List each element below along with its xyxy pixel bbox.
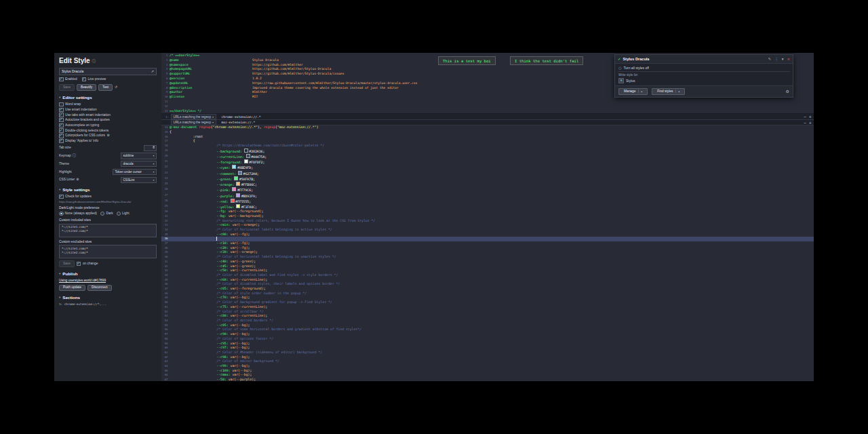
code-line[interactable]: 23 --comment: #6272A4;	[161, 171, 814, 176]
radio-mode-dark[interactable]: Dark	[100, 212, 113, 216]
chevron-down-icon[interactable]: ▾	[782, 57, 784, 61]
code-line[interactable]: 60 --c97: var(--bg);	[161, 346, 814, 351]
userstyles-world-link[interactable]: Using userstyles.world id#17899	[59, 279, 157, 283]
code-line[interactable]: 66 --cmax: var(--bg);	[161, 373, 814, 378]
code-line[interactable]: 26 --pink: #FF79C6;	[161, 187, 814, 193]
code-line[interactable]: 63 /* Color of editor background */	[161, 359, 814, 364]
push-update-button[interactable]: Push update	[59, 285, 85, 292]
checkbox-doubleclick-tokens[interactable]: Double-clicking selects tokens	[59, 128, 157, 133]
applies-to-value-input[interactable]: chrome-extension://.*	[222, 115, 261, 119]
checkbox-tabs-smart-indentation[interactable]: Use tabs with smart indentation	[59, 113, 157, 117]
update-url-link[interactable]: https://raw.githubusercontent.com/Hlmlth…	[59, 200, 157, 203]
code-line[interactable]: 34 /* Color of horizontal labels belongi…	[161, 228, 814, 233]
code-line[interactable]: 35 --c00: var(--fg);	[161, 233, 814, 237]
code-line[interactable]: 27 --purple: #BD93F9;	[161, 193, 814, 199]
code-line[interactable]: 56 /* Color of some horizontal borders a…	[161, 328, 814, 332]
code-line[interactable]: 28 --red: #FF5555;	[161, 199, 814, 204]
code-line[interactable]: 43 --c50: var(--currentLine);	[161, 269, 814, 273]
code-line[interactable]: 18 /* https://draculatheme.com/contribut…	[161, 144, 814, 149]
code-line[interactable]: 46 /* Color of disabled styles, their la…	[161, 282, 814, 287]
code-line[interactable]: 16 :root	[161, 135, 814, 140]
find-styles-button[interactable]: Find styles ▴	[652, 88, 685, 95]
code-line[interactable]: 17 {	[161, 139, 814, 144]
live-preview-checkbox[interactable]: Live preview	[82, 77, 106, 82]
theme-select[interactable]: dracula ▾	[121, 161, 157, 167]
radio-mode-none[interactable]: None (always applied)	[59, 212, 97, 216]
code-line[interactable]: 30 --fg: var(--foreground);	[161, 210, 814, 214]
code-line[interactable]: 37 --c10: var(--fg);	[161, 241, 814, 246]
css-linter-select[interactable]: CSSLint ▾	[121, 177, 157, 184]
applies-to-type-dropdown[interactable]: URLs matching the regexp ▾	[171, 114, 216, 120]
code-line[interactable]: 48 /* Color of style order number in the…	[161, 292, 814, 296]
code-line[interactable]: 11	[161, 100, 814, 104]
test-button[interactable]: Test	[98, 84, 113, 91]
code-line[interactable]: 19 --background: #282A36;	[161, 149, 814, 154]
menu-dots-icon[interactable]: ⋮	[774, 57, 778, 61]
code-line[interactable]: 42 --c45: var(--green);	[161, 264, 814, 269]
code-line[interactable]: 57 --c90: var(--bg);	[161, 332, 814, 337]
keymap-select[interactable]: sublime ▾	[121, 153, 157, 159]
save-button[interactable]: Save	[59, 84, 75, 91]
editor-settings-header[interactable]: ▾ Editor settings	[59, 95, 157, 100]
disconnect-button[interactable]: Disconnect	[87, 285, 112, 292]
code-line[interactable]: 49 --c70: var(--bg);	[161, 296, 814, 300]
color-swatch[interactable]	[236, 182, 240, 186]
color-swatch[interactable]	[231, 199, 235, 203]
undo-icon[interactable]: ↺	[115, 85, 117, 90]
checkbox-autoclose-brackets[interactable]: Autoclose brackets and quotes	[59, 118, 157, 123]
code-line[interactable]: 50 /* Color of background gradient for p…	[161, 300, 814, 305]
on-change-checkbox[interactable]: on change	[77, 262, 98, 267]
code-line[interactable]: 13==/UserStyle== */	[161, 109, 814, 114]
code-line[interactable]: 62 --c98: var(--bg);	[161, 355, 814, 360]
section-jump-item[interactable]: 1: chrome-extension://*,...	[59, 302, 157, 306]
code-line[interactable]: 31 --bg: var(--background);	[161, 214, 814, 219]
code-line[interactable]: 25 --orange: #FFB86C;	[161, 182, 814, 187]
checkbox-smart-indentation[interactable]: Use smart indentation	[59, 108, 157, 113]
code-line[interactable]: 22 --cyan: #8BE9FD;	[161, 165, 814, 170]
manage-button[interactable]: Manage ▴	[618, 88, 648, 95]
publish-header[interactable]: ▾ Publish	[59, 271, 157, 277]
color-swatch[interactable]	[232, 165, 236, 169]
radio-mode-light[interactable]: Light	[117, 212, 130, 216]
style-settings-header[interactable]: ▾ Style settings	[59, 187, 157, 193]
toggle-all-styles-row[interactable]: ○ Turn all styles off	[615, 64, 793, 71]
gear-icon[interactable]: ⚙	[76, 178, 79, 182]
applies-to-value-input[interactable]: moz-extension://.*	[222, 121, 256, 124]
code-line[interactable]: 52 /* Color of scrollbar */	[161, 310, 814, 315]
color-swatch[interactable]	[236, 204, 240, 208]
code-line[interactable]: 59 --c95: var(--bg);	[161, 342, 814, 347]
code-line[interactable]: 33 --cmin: var(--orange);	[161, 223, 814, 228]
code-lines[interactable]: 14@-moz-document regexp("chrome-extensio…	[161, 125, 814, 381]
code-line[interactable]: 15{	[161, 130, 814, 135]
code-line[interactable]: 45 --c60: var(--currentLine);	[161, 278, 814, 283]
code-line[interactable]: 14@-moz-document regexp("chrome-extensio…	[161, 125, 814, 130]
code-line[interactable]: 67 --50: var(--purple);	[161, 378, 814, 381]
code-line[interactable]: 53 --c80: var(--currentLine);	[161, 314, 814, 319]
code-line[interactable]: 38 --c20: var(--fg);	[161, 246, 814, 251]
code-line[interactable]: 64 --c99: var(--bg);	[161, 364, 814, 369]
style-enabled-check-icon[interactable]: ✓	[618, 57, 621, 61]
highlight-select[interactable]: Token under cursor ▾	[113, 169, 157, 176]
color-swatch[interactable]	[244, 149, 248, 153]
checkbox-word-wrap[interactable]: Word wrap	[59, 102, 157, 107]
enabled-checkbox[interactable]: Enabled	[59, 77, 77, 82]
color-swatch[interactable]	[234, 176, 238, 180]
code-line[interactable]: 55 --c85: var(--bg);	[161, 323, 814, 328]
checkbox-applies-to-info[interactable]: Display 'Applies to' info	[59, 139, 157, 144]
gear-icon[interactable]: ⚙	[106, 134, 109, 138]
code-line[interactable]: 39 --c30: var(--orange);	[161, 250, 814, 255]
checkbox-check-for-updates[interactable]: Check for updates	[59, 195, 157, 199]
code-line[interactable]: 20 --currentLine: #44475A;	[161, 154, 814, 159]
style-name-input[interactable]: Stylus Dracula ↗	[59, 68, 157, 75]
open-homepage-icon[interactable]: ↗	[151, 69, 154, 73]
remove-applies-to-icon[interactable]: −	[804, 115, 807, 119]
code-line[interactable]: 61 /* Color of #header (sidemenu of edit…	[161, 351, 814, 355]
code-line[interactable]: 58 /* Color of options footer */	[161, 337, 814, 342]
popup-style-row[interactable]: ✓ Stylus Dracula ✎ ⋮ ▾ ×	[615, 55, 793, 64]
beautify-button[interactable]: Beautify	[77, 84, 96, 91]
settings-save-button[interactable]: Save	[59, 260, 75, 267]
sections-header[interactable]: ▾ Sections	[59, 295, 157, 300]
code-line[interactable]: 40 /* Color of horizontal labels belongi…	[161, 255, 814, 260]
add-applies-to-icon[interactable]: +	[808, 121, 812, 125]
code-line[interactable]: 41 --c40: var(--green);	[161, 260, 814, 264]
